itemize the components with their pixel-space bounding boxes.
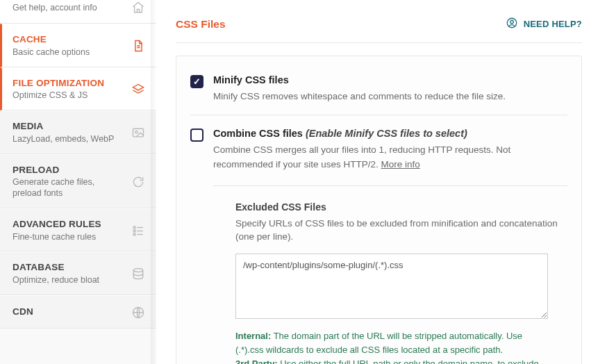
svg-point-1 [135, 131, 138, 133]
sidebar-item-sub: Optimize CSS & JS [13, 90, 104, 101]
combine-css-desc: Combine CSS merges all your files into 1… [213, 143, 567, 172]
minify-css-title: Minify CSS files [213, 74, 567, 85]
sidebar-item-title: ADVANCED RULES [13, 219, 101, 231]
svg-rect-3 [133, 230, 135, 232]
sidebar-item-title: FILE OPTIMIZATION [13, 78, 104, 90]
layers-icon [131, 83, 145, 97]
main-content: CSS Files NEED HELP? Minify CSS files Mi… [156, 0, 607, 364]
refresh-icon [131, 175, 145, 189]
svg-rect-4 [133, 233, 135, 235]
document-icon [131, 39, 145, 53]
sidebar-item-sub: Optimize, reduce bloat [13, 275, 99, 286]
sidebar: Get help, account info CACHE Basic cache… [0, 0, 156, 364]
excluded-css-notes: Internal: The domain part of the URL wil… [235, 329, 548, 364]
excluded-css-title: Excluded CSS Files [235, 201, 567, 213]
sidebar-item-preload[interactable]: PRELOAD Generate cache files, preload fo… [0, 154, 156, 208]
need-help-button[interactable]: NEED HELP? [506, 17, 582, 31]
page-title: CSS Files [176, 18, 226, 31]
globe-icon [131, 306, 145, 320]
need-help-label: NEED HELP? [524, 19, 582, 29]
sidebar-item-cache[interactable]: CACHE Basic cache options [0, 24, 156, 67]
sidebar-item-title: PRELOAD [13, 165, 126, 176]
excluded-css-textarea[interactable] [235, 254, 548, 319]
note-3rd-label: 3rd Party: [235, 358, 278, 364]
image-icon [131, 126, 145, 140]
sidebar-item-title: CACHE [13, 34, 90, 46]
svg-point-8 [510, 20, 513, 24]
sidebar-item-sub: Generate cache files, preload fonts [13, 177, 126, 199]
sidebar-item-file-optimization[interactable]: FILE OPTIMIZATION Optimize CSS & JS [0, 67, 156, 111]
svg-point-5 [133, 269, 142, 272]
sidebar-item-sub: Fine-tune cache rules [13, 232, 101, 243]
minify-css-desc: Minify CSS removes whitespace and commen… [213, 90, 567, 104]
sidebar-item-title: DATABASE [13, 262, 99, 274]
home-icon [131, 1, 145, 15]
help-icon [506, 17, 518, 31]
settings-card: Minify CSS files Minify CSS removes whit… [176, 56, 582, 364]
combine-css-title: Combine CSS files (Enable Minify CSS fil… [213, 128, 567, 139]
sidebar-item-database[interactable]: DATABASE Optimize, reduce bloat [0, 251, 156, 295]
sidebar-item-cdn[interactable]: CDN [0, 295, 156, 329]
sidebar-item-advanced-rules[interactable]: ADVANCED RULES Fine-tune cache rules [0, 208, 156, 252]
list-icon [131, 224, 145, 238]
combine-css-checkbox[interactable] [190, 129, 203, 142]
excluded-css-section: Excluded CSS Files Specify URLs of CSS f… [213, 186, 567, 364]
minify-css-checkbox[interactable] [190, 75, 203, 88]
database-icon [131, 267, 145, 281]
sidebar-item-dashboard[interactable]: Get help, account info [0, 0, 156, 24]
sidebar-item-media[interactable]: MEDIA LazyLoad, embeds, WebP [0, 110, 156, 154]
excluded-css-desc: Specify URLs of CSS files to be excluded… [235, 217, 567, 244]
combine-more-info-link[interactable]: More info [381, 159, 420, 169]
sidebar-item-title: MEDIA [13, 121, 114, 133]
svg-rect-2 [133, 226, 135, 229]
combine-css-hint: (Enable Minify CSS files to select) [306, 128, 467, 139]
sidebar-item-title: CDN [13, 306, 33, 318]
sidebar-item-sub: LazyLoad, embeds, WebP [13, 134, 114, 145]
setting-minify-css: Minify CSS files Minify CSS removes whit… [190, 69, 567, 115]
setting-combine-css: Combine CSS files (Enable Minify CSS fil… [190, 115, 567, 364]
note-internal-label: Internal: [235, 331, 271, 341]
sidebar-item-sub: Basic cache options [13, 47, 90, 58]
sidebar-item-sub: Get help, account info [13, 3, 97, 14]
